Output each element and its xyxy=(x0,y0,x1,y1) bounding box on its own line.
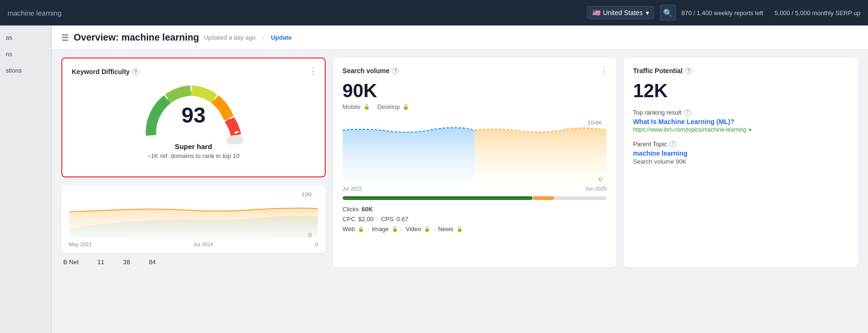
sv-chart-end: Jun 2025 xyxy=(585,186,607,191)
sidebar-item-2[interactable]: ns xyxy=(0,47,51,61)
monthly-serp-stat: 5,000 / 5,000 monthly SERP up xyxy=(775,9,860,17)
svg-text:0: 0 xyxy=(308,233,312,238)
sidebar-item-1[interactable]: as xyxy=(0,30,51,45)
kd-menu-button[interactable]: ⋮ xyxy=(309,66,317,76)
sv-menu-button[interactable]: ⋮ xyxy=(600,65,608,75)
search-button[interactable]: 🔍 xyxy=(660,5,676,21)
sidebar: as ns stions xyxy=(0,25,52,333)
url-dropdown-icon: ▼ xyxy=(748,127,752,133)
kd-gauge: 93 Super hard ~1K ref. domains to rank i… xyxy=(72,81,315,159)
cps-label: CPS xyxy=(381,216,394,223)
sidebar-item-3[interactable]: stions xyxy=(0,63,51,78)
sv-metrics: Clicks 60K CPC $2.00 · CPS 0.67 Web 🔒 · xyxy=(343,206,607,233)
kd-gauge-sub: ~1K ref. domains to rank in top 10 xyxy=(147,152,239,159)
kd-chart-min: 0 xyxy=(315,241,318,247)
table-row-col3: 84 xyxy=(149,258,155,266)
search-icon: 🔍 xyxy=(663,8,673,17)
kd-column: Keyword Difficulty ? ⋮ xyxy=(61,58,326,267)
sv-progress-bar xyxy=(343,196,607,200)
svg-text:100: 100 xyxy=(301,192,312,197)
svg-text:104K: 104K xyxy=(587,120,602,126)
table-row-col1: 11 xyxy=(98,258,104,266)
cards-area: Keyword Difficulty ? ⋮ xyxy=(52,50,868,275)
cpc-cps-row: CPC $2.00 · CPS 0.67 xyxy=(343,216,607,223)
top-ranking-help-icon[interactable]: ? xyxy=(684,109,691,116)
news-lock-icon: 🔒 xyxy=(456,226,463,232)
kd-trend-chart: 100 0 xyxy=(69,191,318,238)
table-row-col2: 38 xyxy=(123,258,130,266)
sv-mobile-desktop: Mobile 🔒 · Desktop 🔒 xyxy=(343,103,607,110)
sv-help-icon[interactable]: ? xyxy=(392,67,399,75)
parent-topic-label: Parent Topic ? xyxy=(633,141,849,148)
svg-text:0: 0 xyxy=(598,176,602,182)
video-lock-icon: 🔒 xyxy=(424,226,430,232)
kd-trend-card: 100 0 May 2021 Jul 2024 0 xyxy=(61,185,326,253)
sv-date-row: Jul 2022 Jun 2025 xyxy=(343,186,607,191)
kd-help-icon[interactable]: ? xyxy=(132,68,139,75)
image-label: Image xyxy=(372,225,389,233)
weekly-reports-stat: 870 / 1,400 weekly reports left xyxy=(682,9,763,17)
main-content: ☰ Overview: machine learning Updated a d… xyxy=(52,25,868,333)
clicks-label: Clicks xyxy=(343,206,359,213)
top-ranking-url[interactable]: https://www.ibm.com/topics/machine-learn… xyxy=(633,126,849,133)
tp-help-icon[interactable]: ? xyxy=(685,67,692,75)
flag-icon: 🇺🇸 xyxy=(592,9,600,17)
page-title: Overview: machine learning xyxy=(74,32,199,43)
search-term-display: machine learning xyxy=(8,9,93,17)
kd-card: Keyword Difficulty ? ⋮ xyxy=(61,58,326,177)
updated-text: Updated a day ago xyxy=(204,34,256,41)
sv-chart-svg: 104K 0 xyxy=(343,116,607,182)
page-header: ☰ Overview: machine learning Updated a d… xyxy=(52,25,868,50)
desktop-lock-icon: 🔒 xyxy=(403,104,409,110)
cpc-label: CPC xyxy=(343,216,355,223)
mobile-lock-icon: 🔒 xyxy=(363,104,370,110)
gauge-base-shadow xyxy=(142,130,245,144)
table-preview: B Net 11 38 84 xyxy=(61,257,326,267)
clicks-value: 60K xyxy=(362,206,373,213)
sv-card-title: Search volume ? xyxy=(343,67,607,75)
tp-value: 12K xyxy=(633,80,849,101)
menu-icon[interactable]: ☰ xyxy=(61,33,69,43)
gauge-score-text: 93 xyxy=(181,103,205,127)
tp-card-title: Traffic Potential ? xyxy=(633,67,849,75)
cpc-value: $2.00 xyxy=(358,216,374,223)
image-lock-icon: 🔒 xyxy=(392,226,398,232)
top-ranking-title-link[interactable]: What Is Machine Learning (ML)? xyxy=(633,118,849,125)
table-row-name: B Net xyxy=(63,258,79,266)
parent-topic-help-icon[interactable]: ? xyxy=(669,141,676,148)
sv-value: 90K xyxy=(343,80,607,101)
kd-chart-end-date: Jul 2024 xyxy=(194,241,213,247)
web-lock-icon: 🔒 xyxy=(358,226,364,232)
video-label: Video xyxy=(405,225,421,233)
cps-value: 0.67 xyxy=(396,216,408,223)
topnav: machine learning 🇺🇸 United States ▾ 🔍 87… xyxy=(0,0,868,25)
traffic-potential-card: Traffic Potential ? 12K Top ranking resu… xyxy=(624,58,859,267)
search-volume-card: Search volume ? ⋮ 90K Mobile 🔒 · Desktop… xyxy=(333,58,616,267)
country-name: United States xyxy=(603,9,643,17)
sv-chart-start: Jul 2022 xyxy=(343,186,362,191)
kd-card-title: Keyword Difficulty ? xyxy=(72,68,315,75)
kd-chart-start-date: May 2021 xyxy=(69,241,92,247)
parent-topic-sv: Search volume 90K xyxy=(633,158,849,165)
svg-point-5 xyxy=(227,135,244,144)
parent-topic-link[interactable]: machine learning xyxy=(633,150,849,157)
dot-separator: · xyxy=(262,33,264,42)
dropdown-arrow-icon: ▾ xyxy=(646,9,649,17)
clicks-row: Clicks 60K xyxy=(343,206,607,213)
sv-chart: 104K 0 xyxy=(343,116,607,182)
content-types-row: Web 🔒 · Image 🔒 · Video 🔒 · News 🔒 xyxy=(343,225,607,233)
country-selector[interactable]: 🇺🇸 United States ▾ xyxy=(587,6,654,19)
top-ranking-label: Top ranking result ? xyxy=(633,109,849,116)
news-label: News xyxy=(438,225,454,233)
update-link[interactable]: Update xyxy=(271,34,292,41)
web-label: Web xyxy=(343,225,355,233)
page-container: as ns stions ☰ Overview: machine learnin… xyxy=(0,25,868,333)
